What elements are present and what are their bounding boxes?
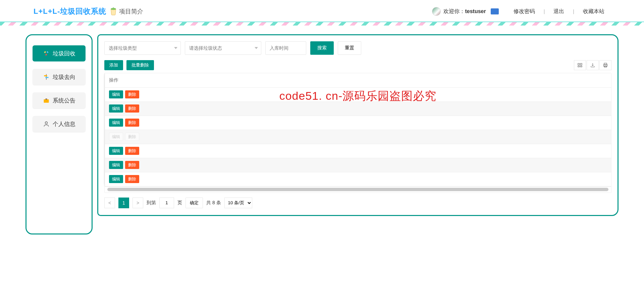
briefcase-icon — [43, 97, 50, 104]
id-card-icon — [491, 8, 499, 14]
svg-rect-9 — [604, 63, 607, 64]
reset-button[interactable]: 重置 — [338, 41, 361, 55]
edit-button[interactable]: 编辑 — [109, 104, 123, 113]
delete-button[interactable]: 删除 — [125, 161, 139, 169]
add-button[interactable]: 添加 — [104, 60, 123, 70]
sidebar-item-recycle[interactable]: 垃圾回收 — [33, 45, 86, 61]
goto-suffix: 页 — [177, 200, 182, 206]
change-password-link[interactable]: 修改密码 — [507, 8, 541, 15]
print-icon[interactable] — [599, 60, 611, 70]
user-icon — [43, 120, 50, 128]
content-panel: 搜索 重置 添加 批量删除 ID 垃圾类型 重量 状态 — [97, 34, 619, 216]
goto-confirm-button[interactable]: 确定 — [185, 198, 203, 208]
delete-button[interactable]: 删除 — [125, 119, 139, 127]
sidebar-item-label: 垃圾去向 — [53, 73, 75, 81]
edit-button: 编辑 — [109, 133, 123, 141]
op-fixed-column: 操作 编辑删除编辑删除编辑删除编辑删除编辑删除编辑删除编辑删除 — [105, 73, 611, 186]
logout-link[interactable]: 退出 — [547, 8, 570, 15]
avatar[interactable] — [432, 7, 441, 16]
goto-prefix: 到第 — [147, 200, 156, 206]
delete-button[interactable]: 删除 — [125, 175, 139, 183]
prev-page-button[interactable]: < — [104, 198, 115, 208]
type-select[interactable] — [104, 41, 181, 55]
delete-button[interactable]: 删除 — [125, 90, 139, 98]
divider-stripe — [0, 21, 644, 26]
separator: | — [544, 9, 545, 14]
svg-rect-6 — [580, 63, 582, 65]
svg-rect-2 — [44, 99, 49, 103]
sidebar-item-label: 系统公告 — [53, 97, 75, 104]
sidebar-item-label: 垃圾回收 — [53, 50, 75, 57]
status-select[interactable] — [185, 41, 261, 55]
svg-rect-5 — [578, 63, 580, 65]
edit-button[interactable]: 编辑 — [109, 119, 123, 127]
op-row: 编辑删除 — [105, 87, 611, 101]
op-row: 编辑删除 — [105, 130, 611, 144]
edit-button[interactable]: 编辑 — [109, 147, 123, 155]
svg-point-0 — [111, 8, 116, 9]
edit-button[interactable]: 编辑 — [109, 161, 123, 169]
data-table-wrap: ID 垃圾类型 重量 状态 来源 入库时间 6可回收垃圾1出库易拉罐2022-0… — [104, 73, 611, 193]
svg-rect-7 — [578, 66, 580, 67]
favorite-link[interactable]: 收藏本站 — [577, 8, 610, 15]
separator: | — [573, 9, 574, 14]
time-input[interactable] — [265, 41, 306, 55]
edit-button[interactable]: 编辑 — [109, 90, 123, 98]
search-button[interactable]: 搜索 — [310, 41, 334, 55]
page-number[interactable]: 1 — [118, 198, 129, 208]
chevron-down-icon — [255, 47, 258, 49]
delete-button: 删除 — [125, 133, 139, 141]
project-intro-link[interactable]: 项目简介 — [119, 7, 143, 15]
batch-delete-button[interactable]: 批量删除 — [126, 60, 154, 70]
recycle-icon — [43, 50, 50, 57]
export-icon[interactable] — [587, 60, 599, 70]
status-select-input[interactable] — [185, 41, 261, 55]
goto-input[interactable] — [159, 198, 174, 208]
total-count: 共 8 条 — [206, 200, 221, 206]
page-size-select[interactable]: 10 条/页 — [224, 198, 252, 208]
recycle-bin-icon — [110, 7, 117, 16]
sidebar-item-label: 个人信息 — [53, 120, 75, 128]
edit-button[interactable]: 编辑 — [109, 175, 123, 183]
svg-rect-8 — [580, 66, 582, 67]
pagination: < 1 > 到第 页 确定 共 8 条 10 条/页 — [104, 198, 611, 208]
svg-rect-3 — [46, 98, 47, 99]
sidebar-item-direction[interactable]: 垃圾去向 — [33, 69, 86, 85]
chevron-down-icon — [174, 47, 177, 49]
horizontal-scrollbar[interactable] — [105, 186, 611, 192]
svg-point-4 — [45, 122, 48, 124]
op-row: 编辑删除 — [105, 144, 611, 158]
welcome-text: 欢迎你：testuser — [443, 8, 486, 15]
delete-button[interactable]: 删除 — [125, 147, 139, 155]
type-select-input[interactable] — [104, 41, 181, 55]
next-page-button[interactable]: > — [132, 198, 143, 208]
sidebar-item-profile[interactable]: 个人信息 — [33, 116, 86, 132]
columns-icon[interactable] — [574, 60, 586, 70]
op-row: 编辑删除 — [105, 116, 611, 130]
op-row: 编辑删除 — [105, 101, 611, 116]
col-header-op: 操作 — [105, 73, 611, 87]
op-row: 编辑删除 — [105, 158, 611, 172]
site-logo-text: L+L+L-垃圾回收系统 — [34, 6, 106, 16]
sidebar: 垃圾回收 垃圾去向 系统公告 个人信息 — [25, 34, 93, 234]
signpost-icon — [43, 73, 50, 81]
sidebar-item-notice[interactable]: 系统公告 — [33, 92, 86, 109]
svg-rect-11 — [604, 66, 607, 67]
delete-button[interactable]: 删除 — [125, 104, 139, 113]
op-row: 编辑删除 — [105, 172, 611, 186]
